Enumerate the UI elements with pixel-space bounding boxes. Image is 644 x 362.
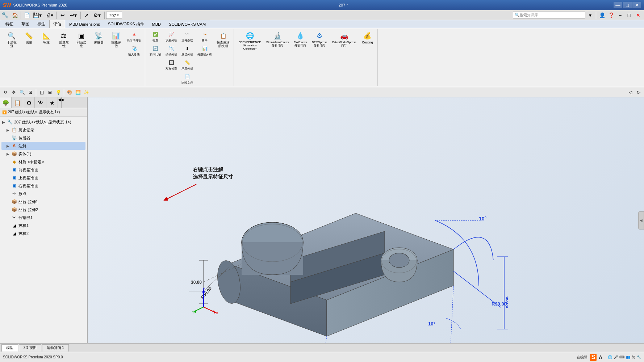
- panel-nav-left[interactable]: ◀: [58, 97, 62, 108]
- view-rotate-btn[interactable]: ↻: [1, 89, 9, 96]
- btn-driveworks-xpress[interactable]: 🚗 DriveWorksXpress向导: [330, 30, 358, 49]
- tree-root[interactable]: ▶ 🔧 207 (默认<<默认>_显示状态 1>): [1, 118, 85, 126]
- tree-item-right-plane[interactable]: ▣ 右视基准面: [1, 182, 85, 190]
- help-button[interactable]: ❓: [607, 11, 615, 20]
- view-appearance-btn[interactable]: 🎨: [66, 89, 74, 96]
- tab-3d-view[interactable]: 3D 视图: [19, 344, 41, 352]
- panel-tab-feature[interactable]: 🌳: [0, 97, 12, 108]
- btn-dfm-xpress[interactable]: ⚙ DFMXpress分析导向: [310, 30, 329, 49]
- btn-3dexperience[interactable]: 🌐 3DEXPERIENCESimulationConnector: [237, 30, 263, 51]
- tree-icon-split1: ✂: [11, 214, 17, 221]
- svg-text:Z: Z: [203, 286, 205, 290]
- tab-feature[interactable]: 特征: [1, 20, 17, 28]
- btn-solid-compare[interactable]: 🔄 实体比较: [148, 44, 163, 57]
- tree-item-front-plane[interactable]: ▣ 前视基准面: [1, 166, 85, 174]
- tab-evaluate[interactable]: 评估: [49, 20, 65, 28]
- close-app-button[interactable]: ✕: [634, 11, 643, 20]
- view-standard-btn[interactable]: ◫: [38, 89, 46, 96]
- right-handle[interactable]: ◀: [638, 211, 644, 230]
- view-scene-btn[interactable]: 🌅: [74, 89, 82, 96]
- view-section-btn[interactable]: ⊟: [46, 89, 54, 96]
- btn-costing[interactable]: 💰 Costing: [359, 30, 375, 46]
- tree-item-material[interactable]: ◆ 材质 <未指定>: [1, 158, 85, 166]
- tree-item-boss1[interactable]: 📦 凸台-拉伸1: [1, 198, 85, 206]
- redo-dropdown[interactable]: ↩▾: [67, 11, 79, 20]
- tree-item-boss2[interactable]: 📦 凸台-拉伸2: [1, 206, 85, 214]
- tree-icon-sensor: 📡: [11, 135, 17, 141]
- new-button[interactable]: 📄: [22, 11, 31, 20]
- btn-curvature[interactable]: 〜 曲率: [196, 30, 213, 43]
- panel-tab-display[interactable]: 👁: [35, 97, 46, 108]
- view-toggle-panels[interactable]: ◁: [626, 89, 634, 96]
- diag-icon: 🩺: [130, 45, 138, 52]
- tree-item-draft2[interactable]: ◢ 拔模2: [1, 230, 85, 237]
- btn-simulation-xpress[interactable]: 🔬 SimulationXpress分析导向: [264, 30, 290, 49]
- print-dropdown[interactable]: 🖨▾: [43, 11, 55, 20]
- user-button[interactable]: 👤: [598, 11, 606, 20]
- view-display-btn[interactable]: 💡: [54, 89, 62, 96]
- view-pan-btn[interactable]: ✥: [10, 89, 18, 96]
- btn-flow-xpress[interactable]: 💧 FloXpress分析导向: [292, 30, 309, 49]
- btn-geometry-analysis[interactable]: 🔺 几何体分析: [125, 30, 143, 43]
- btn-annotate[interactable]: 📐 标注: [38, 30, 54, 46]
- tab-sketch[interactable]: 草图: [17, 20, 33, 28]
- maximize-button[interactable]: □: [623, 2, 632, 8]
- btn-symmetry-check[interactable]: 🔲 对称检查: [164, 58, 179, 71]
- search-dropdown-btn[interactable]: ▾: [586, 11, 594, 20]
- btn-draft-analysis[interactable]: 📉 拔模分析: [164, 44, 179, 57]
- tree-item-annotation[interactable]: ▶ A 注解: [1, 142, 85, 150]
- search-input[interactable]: [520, 13, 584, 17]
- tab-sw-plugins[interactable]: SOLIDWORKS 插件: [104, 20, 148, 28]
- view-settings[interactable]: ▷: [635, 89, 643, 96]
- tab-mbd-dimensions[interactable]: MBD Dimensions: [65, 20, 104, 28]
- btn-compare-doc[interactable]: 📄 比较文档: [180, 72, 195, 85]
- canvas[interactable]: 10° R30.00 60.00 10° 100.00 R50.00: [88, 97, 644, 343]
- tree-item-sensor[interactable]: 📡 传感器: [1, 134, 85, 142]
- search-box[interactable]: 🔍: [513, 12, 585, 19]
- view-fit-btn[interactable]: ⊡: [26, 89, 34, 96]
- view-zoom-btn[interactable]: 🔍: [18, 89, 26, 96]
- tab-annotation[interactable]: 标注: [33, 20, 49, 28]
- interference-icon: 🔍: [7, 31, 17, 41]
- tree-item-split1[interactable]: ✂ 分割线1: [1, 214, 85, 222]
- minus-button[interactable]: −: [616, 11, 624, 20]
- tree-item-history[interactable]: ▶ 📋 历史记录: [1, 126, 85, 134]
- btn-perf-evaluate[interactable]: 📊 性能评估: [108, 30, 124, 49]
- btn-undercut-analysis[interactable]: ⬇ 底切分析: [180, 44, 195, 57]
- btn-activate-doc[interactable]: 📋 检查激活的文档: [215, 30, 231, 49]
- tab-sw-cam[interactable]: SOLIDWORKS CAM: [165, 20, 210, 28]
- undo-button[interactable]: ↩: [58, 11, 67, 20]
- tab-mbd[interactable]: MBD: [148, 20, 165, 28]
- minimize-button[interactable]: —: [614, 2, 622, 8]
- btn-interference-check[interactable]: 🔍 干涉检查: [4, 30, 20, 49]
- panel-nav-right[interactable]: ▶: [62, 97, 65, 108]
- view-realview-btn[interactable]: ✨: [82, 89, 90, 96]
- btn-parting-line[interactable]: 📊 分型线分析: [196, 44, 213, 57]
- btn-mass-properties[interactable]: ⚖ 质量居性: [56, 30, 72, 49]
- btn-zebra-stripes[interactable]: 〰 斑马条纹: [180, 30, 195, 43]
- save-dropdown[interactable]: 💾▾: [32, 11, 43, 20]
- btn-thickness-analysis[interactable]: 📏 厚度分析: [180, 58, 195, 71]
- tree-item-top-plane[interactable]: ▣ 上视基准面: [1, 174, 85, 182]
- settings-dropdown[interactable]: ⚙▾: [91, 11, 103, 20]
- restore-button[interactable]: □: [625, 11, 633, 20]
- tree-item-solid[interactable]: ▶ 📦 实体(1): [1, 150, 85, 158]
- btn-measure[interactable]: 📏 测量: [21, 30, 37, 46]
- panel-tab-config[interactable]: ⚙: [23, 97, 35, 108]
- panel-tab-property[interactable]: 📋: [12, 97, 23, 108]
- home-button[interactable]: 🏠: [11, 11, 19, 20]
- panel-tab-custom[interactable]: ★: [46, 97, 58, 108]
- btn-section-properties[interactable]: ▣ 剖面居性: [73, 30, 89, 49]
- tab-motion[interactable]: 运动算例 1: [42, 344, 69, 352]
- select-button[interactable]: ↗: [82, 11, 91, 20]
- close-button[interactable]: ✕: [632, 2, 641, 8]
- tree-item-draft1[interactable]: ◢ 拔模1: [1, 222, 85, 230]
- tree-icon-right: ▣: [11, 182, 17, 189]
- btn-input-diagnostics[interactable]: 🩺 输入诊断: [125, 44, 143, 57]
- tab-model[interactable]: 模型: [1, 344, 18, 352]
- compare-icon: 🔄: [151, 45, 159, 52]
- btn-check[interactable]: ✅ 检查: [148, 30, 163, 43]
- btn-error-analysis[interactable]: 📈 误差分析: [164, 30, 179, 43]
- tree-item-origin[interactable]: ✛ 原点: [1, 190, 85, 198]
- btn-sensor[interactable]: 📡 传感器: [91, 30, 106, 46]
